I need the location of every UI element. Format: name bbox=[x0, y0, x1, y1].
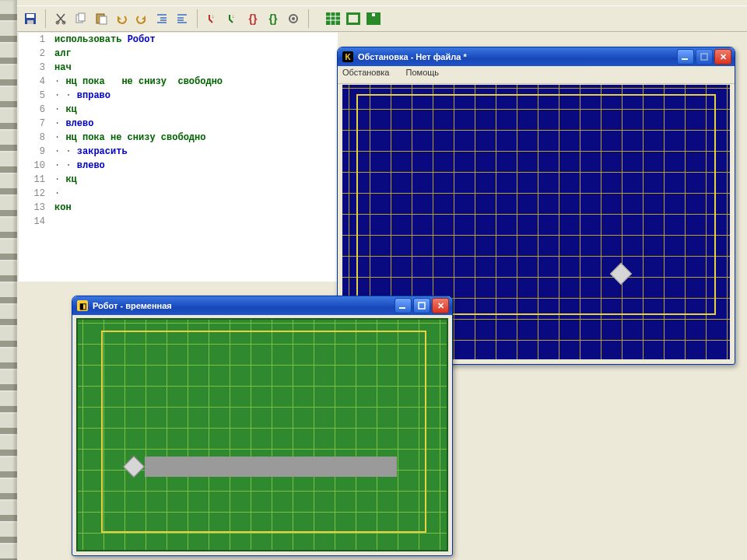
copy-icon[interactable] bbox=[72, 9, 90, 28]
grid-dense-icon[interactable] bbox=[324, 9, 342, 28]
separator bbox=[308, 9, 309, 28]
brace-close-icon[interactable]: {} bbox=[264, 9, 282, 28]
code-content[interactable]: использовать Роботалгнач· нц пока не сни… bbox=[54, 33, 338, 282]
save-icon[interactable] bbox=[21, 9, 40, 28]
svg-rect-13 bbox=[326, 12, 340, 25]
menu-item[interactable]: Помощь bbox=[406, 68, 440, 77]
step-over-icon[interactable]: ↓ bbox=[223, 9, 242, 28]
minimize-button[interactable] bbox=[395, 298, 412, 313]
svg-point-12 bbox=[292, 17, 295, 20]
close-button[interactable]: ✕ bbox=[714, 49, 731, 65]
code-editor[interactable]: 1234567891011121314 использовать Роботал… bbox=[19, 33, 338, 282]
robot-window[interactable]: ◧ Робот - временная ✕ bbox=[72, 296, 453, 556]
cut-icon[interactable] bbox=[51, 9, 70, 28]
svg-text:↓: ↓ bbox=[212, 13, 215, 19]
step-into-icon[interactable]: ↓ bbox=[203, 9, 222, 28]
close-button[interactable]: ✕ bbox=[432, 298, 449, 313]
app-icon: K bbox=[342, 51, 353, 62]
svg-text:↓: ↓ bbox=[232, 13, 235, 19]
robot-field-icon[interactable] bbox=[364, 9, 383, 28]
window-title: Обстановка - Нет файла * bbox=[358, 52, 467, 61]
svg-rect-19 bbox=[399, 307, 405, 309]
maximize-button[interactable] bbox=[696, 49, 713, 65]
menu-bar[interactable]: Обстановка Помощь bbox=[338, 66, 735, 84]
undo-icon[interactable] bbox=[112, 9, 131, 28]
indent-icon[interactable] bbox=[153, 9, 171, 28]
svg-rect-20 bbox=[419, 303, 425, 309]
main-toolbar: ↓ ↓ {} {} bbox=[17, 5, 747, 32]
app-icon: ◧ bbox=[77, 300, 88, 311]
field-frame bbox=[356, 94, 716, 315]
titlebar[interactable]: ◧ Робот - временная ✕ bbox=[72, 296, 452, 315]
titlebar[interactable]: K Обстановка - Нет файла * ✕ bbox=[338, 47, 735, 66]
paste-icon[interactable] bbox=[92, 9, 110, 28]
svg-rect-18 bbox=[701, 54, 707, 60]
svg-rect-1 bbox=[26, 14, 34, 18]
minimize-button[interactable] bbox=[677, 49, 694, 65]
maximize-button[interactable] bbox=[413, 298, 430, 313]
menu-item[interactable]: Обстановка bbox=[342, 68, 389, 77]
svg-rect-14 bbox=[347, 13, 359, 24]
svg-rect-8 bbox=[100, 16, 107, 24]
separator bbox=[197, 9, 198, 28]
field-frame bbox=[101, 331, 426, 533]
notebook-spiral bbox=[0, 0, 17, 560]
svg-rect-17 bbox=[682, 58, 688, 60]
gear-icon[interactable] bbox=[284, 9, 303, 28]
separator bbox=[45, 9, 46, 28]
painted-cells bbox=[145, 457, 397, 477]
svg-rect-6 bbox=[79, 13, 85, 21]
outdent-icon[interactable] bbox=[173, 9, 191, 28]
line-gutter: 1234567891011121314 bbox=[19, 33, 50, 282]
redo-icon[interactable] bbox=[132, 9, 151, 28]
window-title: Робот - временная bbox=[93, 301, 172, 310]
svg-rect-16 bbox=[372, 13, 375, 16]
robot-canvas[interactable] bbox=[76, 318, 448, 551]
outline-icon[interactable] bbox=[344, 9, 363, 28]
brace-open-icon[interactable]: {} bbox=[244, 9, 262, 28]
svg-rect-2 bbox=[27, 20, 33, 24]
